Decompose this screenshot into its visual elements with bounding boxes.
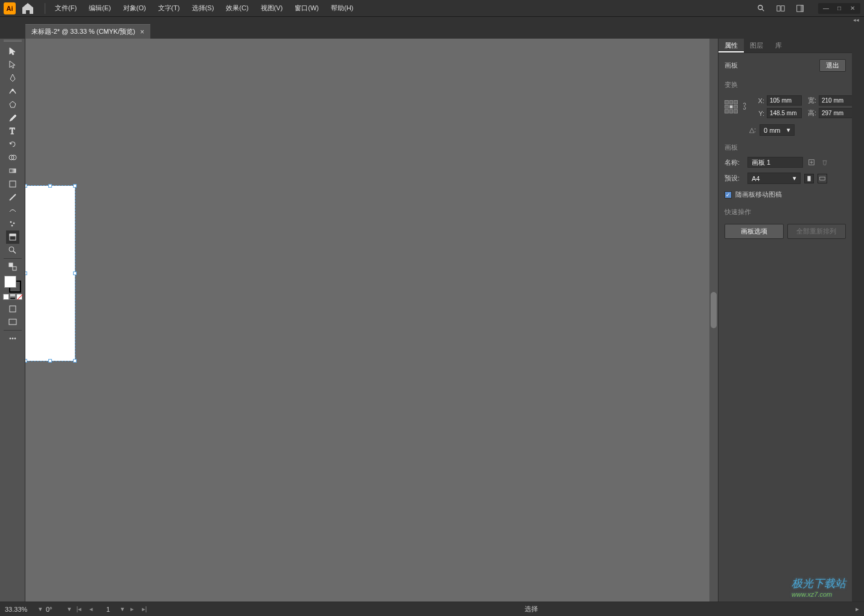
y-input[interactable]	[767, 108, 802, 118]
tab-close-icon[interactable]: ×	[140, 28, 144, 36]
new-artboard-icon[interactable]	[807, 157, 816, 167]
resize-handle-bl[interactable]	[25, 359, 27, 363]
fill-stroke-swatches[interactable]	[4, 276, 21, 293]
first-artboard-icon[interactable]: |◂	[75, 605, 83, 614]
menu-effect[interactable]: 效果(C)	[220, 1, 254, 15]
resize-handle-ml[interactable]	[25, 271, 27, 275]
svg-point-15	[11, 225, 13, 226]
constrain-proportions-icon[interactable]	[740, 102, 750, 112]
search-icon[interactable]	[754, 1, 769, 16]
svg-point-24	[10, 338, 11, 339]
rotation-dropdown-icon[interactable]: ▾	[68, 605, 71, 613]
tab-libraries[interactable]: 库	[769, 39, 788, 52]
gradient-tool[interactable]	[6, 164, 19, 177]
selection-tool[interactable]	[6, 45, 19, 58]
artboard-options-button[interactable]: 画板选项	[725, 224, 784, 239]
home-icon[interactable]	[21, 1, 35, 16]
menu-help[interactable]: 帮助(H)	[325, 1, 359, 15]
paintbrush-tool[interactable]	[6, 111, 19, 124]
fill-swatch[interactable]	[4, 276, 16, 288]
menu-select[interactable]: 选择(S)	[186, 1, 220, 15]
eraser-tool[interactable]	[6, 191, 19, 204]
color-mode-none[interactable]	[16, 294, 22, 300]
right-edge-strip	[852, 39, 864, 602]
rotate-tool[interactable]	[6, 138, 19, 151]
edit-toolbar-icon[interactable]	[6, 332, 19, 345]
close-button[interactable]: ✕	[847, 4, 858, 13]
zoom-dropdown-icon[interactable]: ▾	[39, 605, 42, 613]
menu-file[interactable]: 文件(F)	[49, 1, 83, 15]
artboard-number-input[interactable]	[99, 606, 117, 613]
menu-object[interactable]: 对象(O)	[117, 1, 152, 15]
svg-point-13	[10, 221, 11, 223]
color-mode-gradient[interactable]	[10, 294, 16, 300]
status-play-icon[interactable]: ▸	[856, 605, 859, 613]
rotation-input[interactable]	[46, 606, 64, 613]
draw-mode-icon[interactable]	[6, 302, 19, 316]
resize-handle-bc[interactable]	[48, 359, 52, 363]
shape-builder-tool[interactable]	[6, 151, 19, 164]
tab-properties[interactable]: 属性	[718, 39, 744, 52]
width-input[interactable]	[819, 95, 852, 106]
exit-button[interactable]: 退出	[819, 59, 846, 72]
panel-body: 画板 退出 变换 X: 宽: Y: 高: △:	[718, 53, 852, 602]
color-mode-solid[interactable]	[3, 294, 9, 300]
angle-input[interactable]: 0 mm▾	[760, 124, 795, 136]
resize-handle-tc[interactable]	[48, 184, 52, 188]
svg-point-18	[9, 247, 14, 252]
workspace-icon[interactable]	[793, 1, 807, 16]
rectangle-tool[interactable]	[6, 98, 19, 111]
svg-point-14	[13, 223, 14, 224]
last-artboard-icon[interactable]: ▸|	[140, 605, 149, 614]
symbol-sprayer-tool[interactable]	[6, 217, 19, 230]
arrange-documents-icon[interactable]	[773, 1, 788, 16]
name-label: 名称:	[725, 158, 744, 167]
svg-text:T: T	[10, 127, 15, 136]
direct-selection-tool[interactable]	[6, 58, 19, 71]
pen-tool[interactable]	[6, 71, 19, 84]
tab-layers[interactable]: 图层	[744, 39, 769, 52]
screen-mode-icon[interactable]	[6, 316, 19, 329]
minimize-button[interactable]: —	[821, 4, 831, 13]
maximize-button[interactable]: □	[834, 4, 845, 13]
menu-edit[interactable]: 编辑(E)	[83, 1, 117, 15]
svg-rect-3	[781, 5, 784, 11]
svg-rect-20	[9, 263, 13, 267]
reference-point-icon[interactable]	[725, 100, 738, 113]
menu-window[interactable]: 窗口(W)	[289, 1, 325, 15]
eyedropper-tool[interactable]	[6, 177, 19, 191]
w-label: 宽:	[804, 96, 816, 105]
orientation-landscape-icon[interactable]	[818, 174, 827, 183]
x-label: X:	[752, 97, 764, 104]
toolbar-grip[interactable]	[4, 40, 22, 43]
delete-artboard-icon[interactable]	[820, 157, 830, 167]
scissors-tool[interactable]	[6, 204, 19, 217]
menu-type[interactable]: 文字(T)	[152, 1, 186, 15]
artboard-dropdown-icon[interactable]: ▾	[121, 605, 124, 613]
orientation-portrait-icon[interactable]	[804, 174, 814, 183]
resize-handle-tl[interactable]	[25, 184, 27, 188]
next-artboard-icon[interactable]: ▸	[128, 605, 136, 614]
artboard-name-input[interactable]	[747, 157, 803, 168]
document-tab[interactable]: 未标题-2* @ 33.33 % (CMYK/预览) ×	[25, 24, 150, 39]
resize-handle-mr[interactable]	[73, 271, 77, 275]
panel-collapse-icon[interactable]: ◂◂	[853, 17, 859, 23]
canvas-area[interactable]	[25, 39, 718, 602]
zoom-input[interactable]	[5, 606, 35, 613]
prev-artboard-icon[interactable]: ◂	[87, 605, 95, 614]
resize-handle-br[interactable]	[73, 359, 77, 363]
height-input[interactable]	[819, 108, 852, 118]
resize-handle-tr[interactable]	[73, 184, 77, 188]
fill-stroke-toggle[interactable]	[6, 260, 19, 273]
type-tool[interactable]: T	[6, 124, 19, 138]
zoom-tool[interactable]	[6, 244, 19, 257]
x-input[interactable]	[767, 95, 802, 106]
curvature-tool[interactable]	[6, 84, 19, 98]
artboard-tool[interactable]	[6, 230, 19, 244]
preset-select[interactable]: A4▾	[747, 173, 801, 184]
menu-view[interactable]: 视图(V)	[255, 1, 289, 15]
preset-row: 预设: A4▾	[718, 170, 852, 186]
scrollbar-thumb[interactable]	[711, 292, 717, 328]
vertical-scrollbar[interactable]	[709, 39, 718, 602]
move-artwork-checkbox[interactable]: ✓	[725, 191, 732, 198]
